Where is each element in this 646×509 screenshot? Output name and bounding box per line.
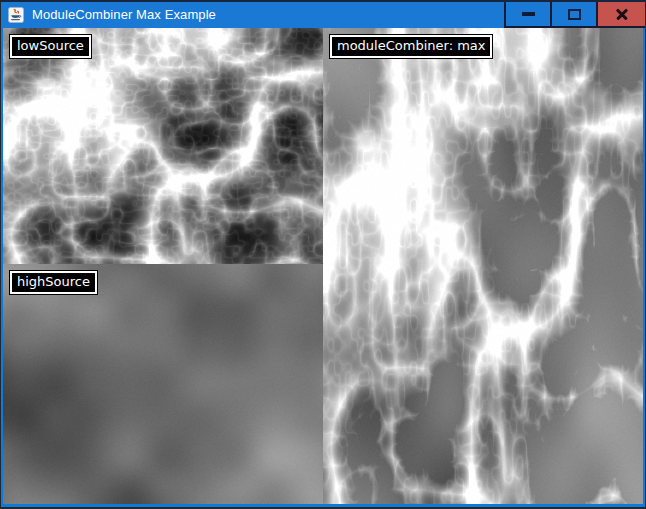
render-area: lowSource highSource moduleCombiner: max: [3, 28, 643, 504]
high-source-noise-canvas: [3, 264, 323, 504]
module-combiner-noise-canvas: [323, 28, 643, 504]
close-button[interactable]: [596, 2, 645, 26]
window-title: ModuleCombiner Max Example: [32, 2, 216, 28]
minimize-button[interactable]: [506, 2, 550, 26]
java-coffee-cup-icon[interactable]: [8, 7, 24, 23]
panel-module-combiner: moduleCombiner: max: [323, 28, 643, 504]
titlebar[interactable]: ModuleCombiner Max Example: [1, 2, 645, 28]
panel-high-source: highSource: [3, 264, 323, 504]
minimize-icon: [522, 12, 535, 16]
panel-low-source: lowSource: [3, 28, 323, 264]
module-combiner-label: moduleCombiner: max: [330, 35, 492, 58]
maximize-button[interactable]: [550, 2, 596, 26]
window-controls: [504, 2, 645, 28]
close-icon: [615, 7, 629, 21]
low-source-label: lowSource: [10, 35, 91, 58]
low-source-noise-canvas: [3, 28, 323, 264]
high-source-label: highSource: [10, 271, 97, 294]
app-window: ModuleCombiner Max Example lowSource hig…: [0, 0, 646, 509]
maximize-icon: [568, 9, 581, 20]
